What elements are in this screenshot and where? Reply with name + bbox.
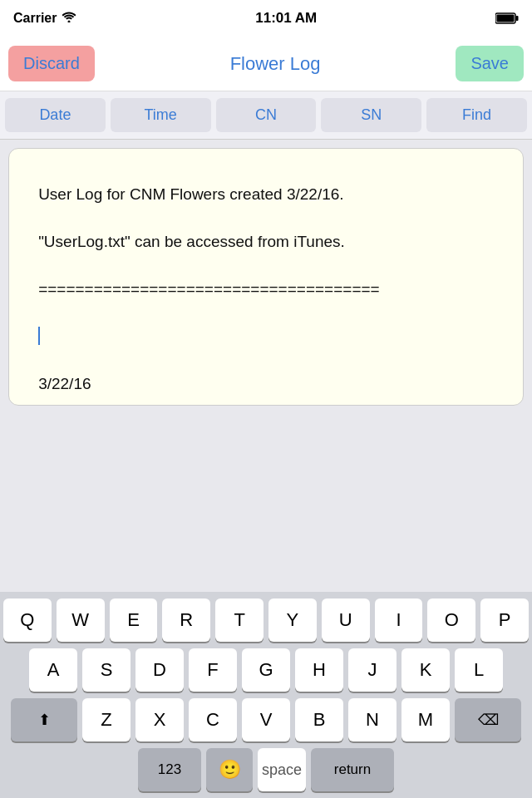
keyboard-row-1: Q W E R T Y U I O P xyxy=(3,598,529,642)
key-g[interactable]: G xyxy=(242,648,290,692)
text-cursor xyxy=(38,327,40,345)
svg-point-0 xyxy=(68,21,71,23)
return-key[interactable]: return xyxy=(311,748,394,791)
find-button[interactable]: Find xyxy=(426,98,527,132)
nav-bar: Discard Flower Log Save xyxy=(0,37,532,91)
key-p[interactable]: P xyxy=(480,598,529,642)
sn-button[interactable]: SN xyxy=(321,98,421,132)
key-z[interactable]: Z xyxy=(82,698,131,741)
svg-rect-3 xyxy=(497,15,515,22)
toolbar: Date Time CN SN Find xyxy=(0,91,532,140)
key-d[interactable]: D xyxy=(135,648,184,692)
keyboard-row-3: ⬆ Z X C V B N M ⌫ xyxy=(3,698,529,741)
keyboard-row-2: A S D F G H J K L xyxy=(3,648,529,692)
time-button[interactable]: Time xyxy=(111,98,211,132)
keyboard: Q W E R T Y U I O P A S D F G H J K L ⬆ … xyxy=(0,592,532,798)
key-f[interactable]: F xyxy=(189,648,237,692)
page-title: Flower Log xyxy=(230,53,321,75)
wifi-icon xyxy=(62,11,76,26)
shift-key[interactable]: ⬆ xyxy=(11,698,77,741)
key-y[interactable]: Y xyxy=(268,598,317,642)
carrier-info: Carrier xyxy=(13,11,76,26)
key-r[interactable]: R xyxy=(162,598,210,642)
num-key[interactable]: 123 xyxy=(138,748,201,791)
log-content: User Log for CNM Flowers created 3/22/16… xyxy=(21,159,511,406)
log-divider: ===================================== xyxy=(38,280,380,298)
log-line-1: User Log for CNM Flowers created 3/22/16… xyxy=(38,185,344,203)
carrier-label: Carrier xyxy=(13,11,57,26)
key-e[interactable]: E xyxy=(110,598,158,642)
key-x[interactable]: X xyxy=(135,698,184,741)
space-key[interactable]: space xyxy=(258,748,306,791)
key-c[interactable]: C xyxy=(189,698,237,741)
cn-button[interactable]: CN xyxy=(216,98,317,132)
discard-button[interactable]: Discard xyxy=(8,46,95,81)
key-a[interactable]: A xyxy=(29,648,77,692)
log-text-area[interactable]: User Log for CNM Flowers created 3/22/16… xyxy=(8,148,524,406)
key-j[interactable]: J xyxy=(348,648,397,692)
save-button[interactable]: Save xyxy=(456,46,524,81)
status-time: 11:01 AM xyxy=(255,10,317,27)
battery-icon xyxy=(495,12,519,24)
status-bar: Carrier 11:01 AM xyxy=(0,0,532,37)
key-n[interactable]: N xyxy=(348,698,397,741)
key-w[interactable]: W xyxy=(57,598,105,642)
key-o[interactable]: O xyxy=(427,598,475,642)
keyboard-row-4: 123 🙂 space return xyxy=(3,748,529,791)
key-k[interactable]: K xyxy=(401,648,450,692)
key-q[interactable]: Q xyxy=(3,598,52,642)
emoji-key[interactable]: 🙂 xyxy=(206,748,253,791)
key-b[interactable]: B xyxy=(295,698,343,741)
log-date-1: 3/22/16 xyxy=(38,375,91,392)
log-line-2: "UserLog.txt" can be accessed from iTune… xyxy=(38,233,345,250)
key-m[interactable]: M xyxy=(401,698,450,741)
svg-rect-2 xyxy=(516,16,519,21)
key-l[interactable]: L xyxy=(455,648,503,692)
key-t[interactable]: T xyxy=(215,598,264,642)
key-i[interactable]: I xyxy=(375,598,423,642)
key-h[interactable]: H xyxy=(295,648,343,692)
date-button[interactable]: Date xyxy=(5,98,106,132)
delete-key[interactable]: ⌫ xyxy=(455,698,521,741)
key-u[interactable]: U xyxy=(322,598,370,642)
key-v[interactable]: V xyxy=(242,698,290,741)
key-s[interactable]: S xyxy=(82,648,131,692)
